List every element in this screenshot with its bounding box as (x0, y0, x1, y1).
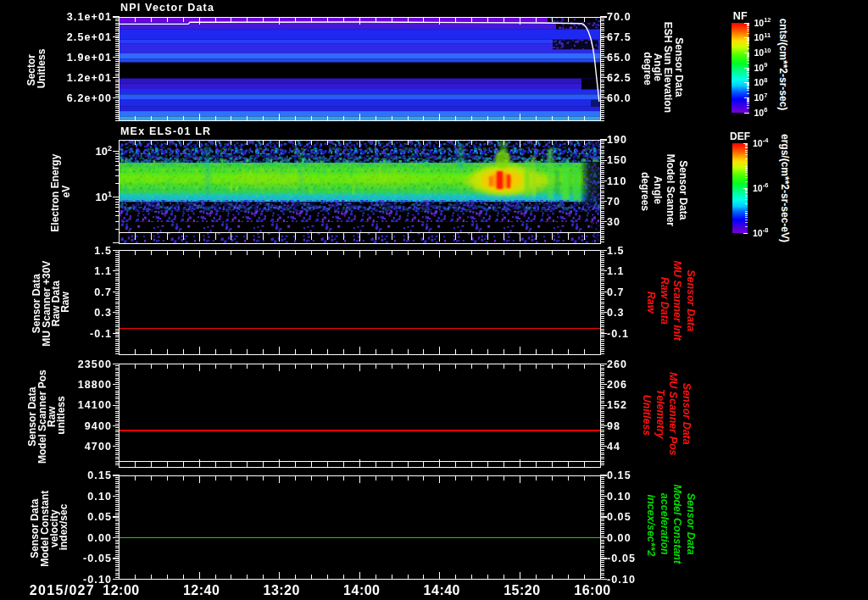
svg-text:14100: 14100 (78, 399, 112, 411)
svg-text:Sector Unitless: Sector Unitless (25, 48, 47, 88)
svg-text:0.3: 0.3 (94, 307, 112, 319)
svg-text:70: 70 (607, 196, 620, 208)
svg-text:1.9e+01: 1.9e+01 (67, 52, 112, 64)
svg-text:0.00: 0.00 (607, 532, 632, 544)
svg-text:13:20: 13:20 (263, 583, 299, 597)
svg-text:-0.1: -0.1 (90, 328, 112, 340)
svg-text:150: 150 (607, 154, 627, 166)
svg-text:2015/027: 2015/027 (30, 583, 95, 597)
svg-text:65.0: 65.0 (607, 52, 632, 64)
svg-text:14:00: 14:00 (343, 583, 380, 597)
svg-text:0.05: 0.05 (87, 511, 112, 523)
svg-text:110: 110 (607, 175, 626, 187)
svg-text:0.7: 0.7 (94, 286, 112, 298)
svg-text:0.10: 0.10 (607, 491, 632, 503)
svg-text:-0.1: -0.1 (607, 328, 629, 340)
svg-text:70.0: 70.0 (607, 11, 632, 23)
svg-text:18800: 18800 (78, 379, 112, 391)
svg-text:0.15: 0.15 (607, 469, 632, 481)
svg-text:Sensor Data Model Constant acc: Sensor Data Model Constant acceleration … (645, 484, 697, 566)
svg-text:6.2e+00: 6.2e+00 (67, 92, 112, 104)
svg-text:0.00: 0.00 (87, 532, 112, 544)
svg-text:23500: 23500 (78, 358, 112, 370)
svg-text:152: 152 (607, 399, 627, 411)
svg-text:1.1: 1.1 (94, 265, 112, 277)
svg-text:12:40: 12:40 (183, 583, 220, 597)
svg-text:206: 206 (607, 379, 627, 391)
svg-text:260: 260 (607, 358, 627, 370)
svg-text:0.15: 0.15 (87, 469, 112, 481)
svg-text:9400: 9400 (85, 420, 112, 432)
svg-text:62.5: 62.5 (607, 72, 632, 84)
svg-text:-0.05: -0.05 (607, 553, 636, 564)
svg-text:12:00: 12:00 (103, 583, 139, 597)
svg-text:MEx ELS-01 LR: MEx ELS-01 LR (120, 125, 211, 137)
svg-text:0.3: 0.3 (607, 307, 625, 319)
svg-text:3.1e+01: 3.1e+01 (67, 11, 112, 23)
svg-text:67.5: 67.5 (607, 31, 632, 43)
svg-text:2.5e+01: 2.5e+01 (67, 31, 112, 43)
svg-text:16:00: 16:00 (574, 583, 610, 597)
svg-text:NPI Vector Data: NPI Vector Data (120, 2, 214, 14)
svg-text:60.0: 60.0 (607, 92, 632, 104)
svg-text:4700: 4700 (85, 441, 112, 453)
svg-text:1.5: 1.5 (94, 245, 112, 257)
svg-text:1.2e+01: 1.2e+01 (67, 72, 112, 84)
svg-text:15:20: 15:20 (504, 583, 540, 597)
svg-text:0.10: 0.10 (87, 491, 112, 503)
svg-text:1.1: 1.1 (607, 265, 625, 277)
svg-text:-0.05: -0.05 (83, 553, 112, 564)
svg-text:0.05: 0.05 (607, 511, 632, 523)
svg-text:44: 44 (607, 441, 620, 453)
svg-text:98: 98 (607, 420, 620, 432)
svg-text:30: 30 (607, 216, 620, 228)
svg-text:NF: NF (733, 10, 748, 22)
svg-text:190: 190 (607, 134, 627, 146)
svg-text:0.7: 0.7 (607, 286, 625, 298)
svg-text:cnts/(cm**2-sr-sec): cnts/(cm**2-sr-sec) (777, 19, 789, 111)
svg-text:ergs/(cm**2-sr-sec-eV): ergs/(cm**2-sr-sec-eV) (779, 134, 791, 242)
svg-text:1.5: 1.5 (607, 245, 625, 257)
svg-text:DEF: DEF (730, 131, 750, 142)
svg-text:-0.10: -0.10 (607, 574, 636, 586)
svg-text:14:40: 14:40 (424, 583, 460, 597)
